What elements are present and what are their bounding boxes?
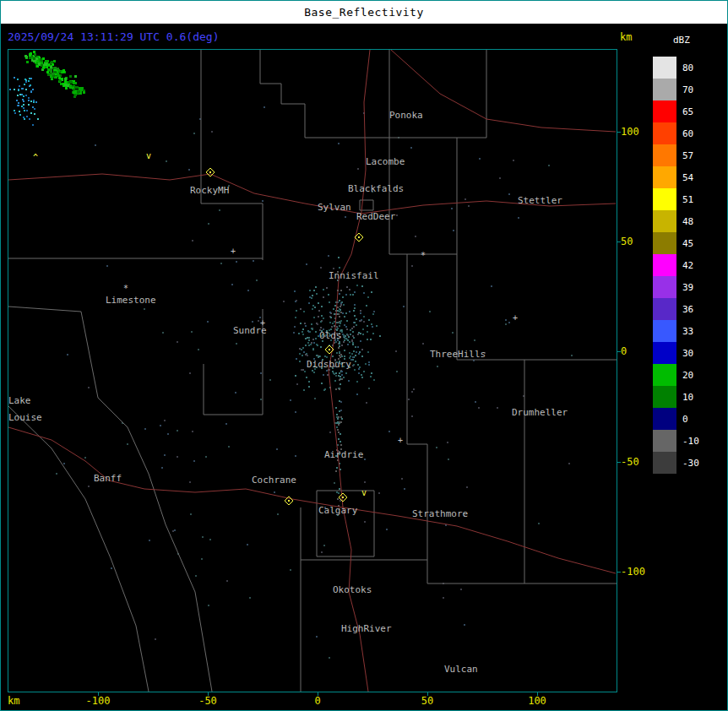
radar-app-window: Base_Reflectivity 2025/09/24 13:11:29 UT… xyxy=(0,0,728,711)
legend-entry: 48 xyxy=(653,210,699,232)
radar-site-center-dot xyxy=(342,497,344,498)
marker-glyph: ^ xyxy=(33,153,38,162)
radar-map-canvas[interactable]: vv^**++++PonokaLacombeBlackfaldsSylvanRe… xyxy=(8,49,617,692)
legend-entry: 54 xyxy=(653,166,699,188)
legend-color-swatch xyxy=(653,430,676,452)
city-label: Stettler xyxy=(518,196,562,205)
legend-color-swatch xyxy=(653,57,676,79)
legend-value-label: 39 xyxy=(682,283,693,292)
title-bar: Base_Reflectivity xyxy=(1,1,727,24)
city-label: ThreeHills xyxy=(430,350,486,359)
legend-entry: 60 xyxy=(653,122,699,144)
right-axis-tick xyxy=(617,132,621,133)
city-label: Blackfalds xyxy=(348,184,404,193)
legend-entry: -30 xyxy=(653,452,699,474)
legend-color-swatch xyxy=(653,210,676,232)
legend-entry: 80 xyxy=(653,57,699,79)
city-label: HighRiver xyxy=(341,624,392,633)
legend-entry: 57 xyxy=(653,144,699,166)
city-label: Olds xyxy=(319,331,342,340)
legend-color-swatch xyxy=(653,100,676,122)
right-axis-tick xyxy=(617,462,621,463)
legend-value-label: 80 xyxy=(682,63,693,73)
city-label: Ponoka xyxy=(389,111,423,120)
legend-value-label: 20 xyxy=(682,371,693,380)
legend-entry: 39 xyxy=(653,276,699,298)
legend-value-label: 51 xyxy=(682,195,693,204)
bottom-axis-tick xyxy=(537,692,538,696)
legend-value-label: 70 xyxy=(682,85,693,95)
map-point-symbol: + xyxy=(398,436,403,445)
legend-color-swatch xyxy=(653,364,676,386)
city-label: Didsbury xyxy=(307,360,351,369)
legend-color-swatch xyxy=(653,144,676,166)
legend-entry: 0 xyxy=(653,408,699,430)
legend-entry: -10 xyxy=(653,430,699,452)
legend-color-swatch xyxy=(653,232,676,254)
city-label: Strathmore xyxy=(412,509,468,518)
bottom-axis-tick-label: -50 xyxy=(198,696,217,706)
bottom-axis-tick-label: -100 xyxy=(86,696,111,706)
map-point-symbol: + xyxy=(513,313,518,323)
map-point-symbol: * xyxy=(421,251,426,260)
city-label: Lacombe xyxy=(366,157,405,166)
legend-value-label: 57 xyxy=(682,151,693,160)
legend-value-label: 42 xyxy=(682,261,693,270)
legend-entry: 10 xyxy=(653,386,699,408)
right-axis-tick-label: 100 xyxy=(621,127,639,137)
legend-color-swatch xyxy=(653,122,676,144)
legend-color-swatch xyxy=(653,452,676,474)
right-axis-tick-label: 0 xyxy=(621,346,627,356)
legend-color-swatch xyxy=(653,276,676,298)
radar-site-center-dot xyxy=(358,236,360,238)
city-label: Calgary xyxy=(318,506,357,515)
city-label: RedDeer xyxy=(356,212,395,221)
bottom-axis-unit-label: km xyxy=(8,696,19,706)
bottom-axis-tick xyxy=(98,692,99,696)
legend-entry: 20 xyxy=(653,364,699,386)
legend-color-swatch xyxy=(653,320,676,342)
legend-entry: 36 xyxy=(653,298,699,320)
site-markers: vv^ xyxy=(33,151,367,505)
legend-unit-label: dBZ xyxy=(673,35,699,46)
legend-color-swatch xyxy=(653,166,676,188)
bottom-axis-tick-label: 0 xyxy=(314,696,320,706)
city-label: Banff xyxy=(94,474,122,483)
legend-value-label: -10 xyxy=(682,437,699,446)
city-label: Innisfail xyxy=(329,271,379,280)
legend-entry: 65 xyxy=(653,100,699,122)
marker-glyph: v xyxy=(146,151,151,160)
legend-color-swatch xyxy=(653,342,676,364)
right-axis-tick xyxy=(617,351,621,352)
legend-value-label: 60 xyxy=(682,129,693,138)
color-scale-legend: dBZ 807065605754514845423936333020100-10… xyxy=(653,35,699,474)
legend-entry: 51 xyxy=(653,188,699,210)
city-label: Sundre xyxy=(233,326,267,335)
map-point-symbol: + xyxy=(231,247,236,256)
city-label: Okotoks xyxy=(333,585,372,594)
info-bar: 2025/09/24 13:11:29 UTC 0.6(deg) km xyxy=(1,24,727,49)
legend-color-swatch xyxy=(653,188,676,210)
city-label: Cochrane xyxy=(252,475,296,485)
legend-color-swatch xyxy=(653,254,676,276)
right-axis-tick-label: -50 xyxy=(621,457,639,467)
legend-value-label: 48 xyxy=(682,217,693,226)
legend-color-swatch xyxy=(653,408,676,430)
city-label: Drumheller xyxy=(512,408,568,417)
scan-timestamp: 2025/09/24 13:11:29 UTC 0.6(deg) xyxy=(8,30,219,43)
bottom-axis-tick-label: 100 xyxy=(528,696,546,706)
point-symbols: **++++ xyxy=(123,247,518,445)
radar-site-center-dot xyxy=(288,500,290,502)
city-label: Sylvan xyxy=(318,203,351,212)
legend-value-label: -30 xyxy=(682,459,699,468)
map-point-symbol: * xyxy=(123,284,128,293)
right-axis-tick-label: -100 xyxy=(621,567,645,577)
legend-value-label: 54 xyxy=(682,173,693,182)
legend-entry: 42 xyxy=(653,254,699,276)
legend-entry: 45 xyxy=(653,232,699,254)
legend-value-label: 33 xyxy=(682,327,693,336)
radar-site-center-dot xyxy=(329,349,330,350)
legend-value-label: 10 xyxy=(682,393,693,402)
radar-site-center-dot xyxy=(209,171,211,173)
bottom-axis-tick xyxy=(318,692,318,696)
